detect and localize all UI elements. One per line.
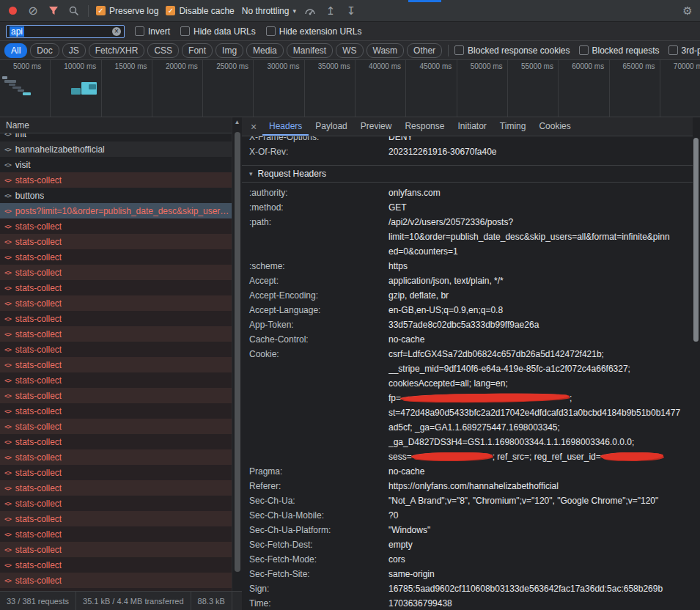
request-row[interactable]: <>stats-collect bbox=[0, 357, 232, 372]
tab-timing[interactable]: Timing bbox=[493, 117, 533, 136]
filter-chip-font[interactable]: Font bbox=[182, 43, 213, 58]
timeline-tick-label: 20000 ms bbox=[152, 60, 203, 117]
request-row[interactable]: <>stats-collect bbox=[0, 218, 232, 234]
filter-chip-other[interactable]: Other bbox=[407, 43, 442, 58]
timeline-tick-label: 60000 ms bbox=[559, 60, 609, 117]
checkbox-unchecked-icon[interactable] bbox=[454, 45, 464, 55]
search-icon[interactable] bbox=[67, 4, 81, 18]
filter-funnel-icon[interactable] bbox=[47, 4, 60, 18]
cookie-line: st=472d48a90d5433bfc2a2d17042e4dfdcafd31… bbox=[388, 405, 687, 420]
checkbox-unchecked-icon[interactable] bbox=[579, 45, 589, 55]
request-name: stats-collect bbox=[15, 175, 62, 185]
request-row[interactable]: <>stats-collect bbox=[0, 280, 232, 295]
filter-chip-all[interactable]: All bbox=[4, 43, 27, 58]
request-row[interactable]: <>stats-collect bbox=[0, 419, 232, 434]
filter-chip-js[interactable]: JS bbox=[62, 43, 86, 58]
tab-initiator[interactable]: Initiator bbox=[451, 117, 493, 136]
filter-chip-img[interactable]: Img bbox=[215, 43, 243, 58]
network-toolbar: ⊘ ✓ Preserve log ✓ Disable cache No thro… bbox=[0, 0, 700, 22]
tab-preview[interactable]: Preview bbox=[354, 117, 399, 136]
network-conditions-icon[interactable] bbox=[303, 4, 317, 18]
request-row[interactable]: <>stats-collect bbox=[0, 434, 232, 449]
request-row[interactable]: <>stats-collect bbox=[0, 465, 232, 480]
request-row[interactable]: <>stats-collect bbox=[0, 249, 232, 265]
import-har-icon[interactable]: ↧ bbox=[345, 4, 358, 18]
clear-input-icon[interactable]: × bbox=[112, 27, 121, 36]
request-row[interactable]: <>visit bbox=[0, 157, 232, 172]
checkbox-3rd-party-requests[interactable]: 3rd-party requests bbox=[668, 45, 700, 56]
request-headers-section[interactable]: ▾Request Headers bbox=[242, 165, 693, 183]
request-row[interactable]: <>stats-collect bbox=[0, 449, 232, 465]
filter-input[interactable]: api × bbox=[6, 25, 125, 38]
request-row[interactable]: <>stats-collect bbox=[0, 557, 232, 573]
request-row[interactable]: <>stats-collect bbox=[0, 388, 232, 403]
disclosure-triangle-icon[interactable]: ▾ bbox=[249, 170, 253, 177]
invert-checkbox[interactable]: Invert bbox=[135, 26, 170, 37]
request-row[interactable]: <>stats-collect bbox=[0, 542, 232, 557]
checkbox-blocked-response-cookies[interactable]: Blocked response cookies bbox=[454, 45, 570, 56]
scroll-up-icon[interactable]: ▲ bbox=[232, 117, 242, 128]
hide-data-urls-checkbox[interactable]: Hide data URLs bbox=[180, 26, 256, 37]
tab-cookies[interactable]: Cookies bbox=[532, 117, 577, 136]
request-row[interactable]: <>buttons bbox=[0, 188, 232, 203]
checkbox-unchecked-icon[interactable] bbox=[668, 45, 678, 55]
tab-headers[interactable]: Headers bbox=[262, 117, 309, 136]
scrollbar-thumb[interactable] bbox=[235, 132, 240, 572]
checkbox-unchecked-icon[interactable] bbox=[135, 26, 144, 36]
header-name: Time: bbox=[242, 596, 388, 610]
name-column-header[interactable]: Name bbox=[0, 117, 232, 133]
script-icon: <> bbox=[4, 284, 11, 292]
checkbox-checked-icon[interactable]: ✓ bbox=[96, 6, 106, 15]
request-row[interactable]: <>stats-collect bbox=[0, 265, 232, 280]
disable-cache-checkbox[interactable]: ✓ Disable cache bbox=[166, 6, 234, 16]
filter-chip-ws[interactable]: WS bbox=[336, 43, 363, 58]
tab-payload[interactable]: Payload bbox=[309, 117, 353, 136]
request-row[interactable]: <>stats-collect bbox=[0, 172, 232, 188]
filter-chip-manifest[interactable]: Manifest bbox=[287, 43, 333, 58]
request-row[interactable]: <>stats-collect bbox=[0, 295, 232, 311]
hide-extension-urls-label: Hide extension URLs bbox=[279, 26, 362, 37]
request-row[interactable]: <>stats-collect bbox=[0, 480, 232, 496]
checkbox-unchecked-icon[interactable] bbox=[180, 26, 190, 36]
checkbox-blocked-requests[interactable]: Blocked requests bbox=[579, 45, 660, 56]
redaction-scribble bbox=[601, 452, 663, 461]
filter-chip-fetch-xhr[interactable]: Fetch/XHR bbox=[89, 43, 145, 58]
filter-chip-doc[interactable]: Doc bbox=[30, 43, 59, 58]
request-row[interactable]: <>stats-collect bbox=[0, 573, 232, 588]
request-row[interactable]: <>stats-collect bbox=[0, 326, 232, 342]
request-row[interactable]: <>hannahelizabethofficial bbox=[0, 142, 232, 157]
filter-chip-media[interactable]: Media bbox=[246, 43, 284, 58]
checkbox-unchecked-icon[interactable] bbox=[266, 26, 276, 36]
header-value: "Windows" bbox=[388, 523, 693, 537]
request-row[interactable]: <>init bbox=[0, 133, 232, 142]
script-icon: <> bbox=[4, 377, 11, 384]
request-row[interactable]: <>stats-collect bbox=[0, 311, 232, 326]
script-icon: <> bbox=[4, 408, 11, 415]
filter-chip-wasm[interactable]: Wasm bbox=[366, 43, 405, 58]
request-name: buttons bbox=[15, 191, 44, 201]
request-row[interactable]: <>stats-collect bbox=[0, 403, 232, 419]
clear-button[interactable]: ⊘ bbox=[26, 4, 40, 18]
request-row[interactable]: <>stats-collect bbox=[0, 511, 232, 526]
checkbox-checked-icon[interactable]: ✓ bbox=[166, 6, 175, 15]
header-value: https://onlyfans.com/hannahelizabethoffi… bbox=[388, 479, 693, 493]
request-row[interactable]: <>stats-collect bbox=[0, 342, 232, 357]
filter-chip-css[interactable]: CSS bbox=[147, 43, 179, 58]
preserve-log-checkbox[interactable]: ✓ Preserve log bbox=[96, 6, 158, 16]
request-row[interactable]: <>stats-collect bbox=[0, 234, 232, 249]
request-row[interactable]: <>stats-collect bbox=[0, 496, 232, 511]
tab-response[interactable]: Response bbox=[398, 117, 451, 136]
close-icon[interactable]: × bbox=[245, 117, 262, 136]
scrollbar-thumb[interactable] bbox=[693, 138, 699, 342]
detail-scrollbar[interactable] bbox=[693, 117, 700, 610]
request-row[interactable]: <>stats-collect bbox=[0, 372, 232, 388]
record-button[interactable] bbox=[6, 4, 19, 18]
hide-extension-urls-checkbox[interactable]: Hide extension URLs bbox=[266, 26, 362, 37]
timeline-overview[interactable]: 5000 ms10000 ms15000 ms20000 ms25000 ms3… bbox=[0, 60, 700, 117]
export-har-icon[interactable]: ↥ bbox=[324, 4, 337, 18]
request-row[interactable]: <>stats-collect bbox=[0, 526, 232, 542]
throttling-dropdown[interactable]: No throttling ▾ bbox=[242, 6, 296, 16]
request-row[interactable]: <>posts?limit=10&order=publish_date_desc… bbox=[0, 203, 232, 218]
settings-gear-icon[interactable]: ⚙ bbox=[681, 4, 694, 18]
request-list-scrollbar[interactable]: ▲ bbox=[232, 117, 242, 591]
